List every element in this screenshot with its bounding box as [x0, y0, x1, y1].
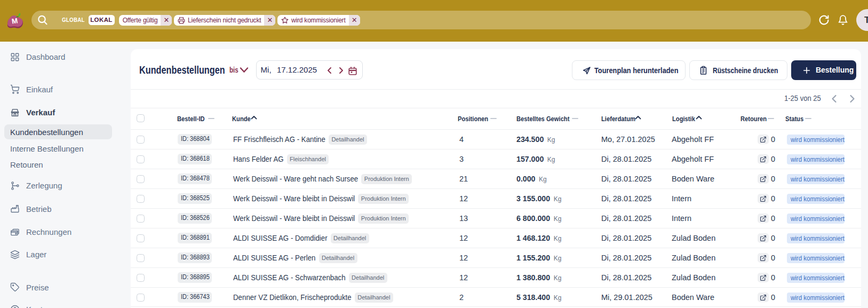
svg-text:M: M: [11, 17, 18, 26]
